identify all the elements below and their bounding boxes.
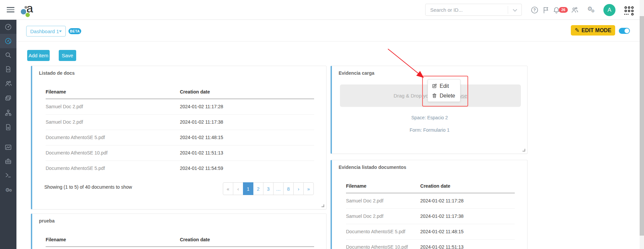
notification-count-badge[interactable]: 26 [559,7,568,13]
athento-logo[interactable]: a [19,2,36,18]
edit-mode-toggle[interactable] [619,28,630,34]
pagination-page-8[interactable]: 8 [283,182,294,195]
widget-evidencia-listado-documentos: Evidencia listado documentos Filename Cr… [331,160,528,249]
chevron-down-icon[interactable] [513,7,517,12]
left-sidebar: ⚙⚙ [0,20,16,249]
pagination-ellipsis[interactable]: … [273,182,284,195]
page-scrollbar-thumb[interactable] [640,16,644,236]
table-row: Samuel Doc 2.pdf 2024-01-02 11:17:38 [346,208,515,224]
automations-gears-icon[interactable]: ⚙ ⚙ [587,6,597,14]
dashboard-select[interactable]: Dashboard 1 [26,26,66,37]
pagination-page-1[interactable]: 1 [243,182,253,195]
creation-date-cell: 2024-01-02 11:51:13 [420,239,515,249]
sitemap-icon [4,109,12,117]
sidebar-item-workflows[interactable] [0,106,16,120]
column-header-creation-date: Creation date [420,179,515,193]
creation-date-cell: 2024-01-02 11:17:28 [420,193,515,208]
widget-listado-de-docs: Listado de docs Filename Creation date S… [31,66,327,209]
global-search [425,4,522,16]
sidebar-item-analytics[interactable] [0,140,16,154]
creation-date-cell: 2024-01-02 11:48:15 [420,224,515,239]
flag-icon[interactable] [542,6,550,14]
users-group-icon [4,80,12,87]
caret-down-icon [59,30,62,32]
filename-cell: Samuel Doc 2.pdf [46,99,180,114]
pencil-icon: ✎ [575,27,579,34]
creation-date-cell: 2024-01-02 11:54:59 [180,161,314,176]
edit-mode-button[interactable]: ✎ EDIT MODE [571,25,615,36]
pagination: « ‹ 1 2 3 … 8 › » [223,182,314,195]
gears-icon: ⚙⚙ [5,187,11,193]
column-header-creation-date: Creation date [180,233,314,247]
form-label: Form: Formulario 1 [332,127,527,133]
space-label: Space: Espacio 2 [332,115,527,120]
toolbox-icon [4,158,12,165]
gauge-icon [4,23,12,31]
widget-prueba: prueba Filename Creation date [31,213,327,249]
sidebar-item-settings[interactable]: ⚙⚙ [0,183,16,197]
creation-date-cell: 2024-01-02 11:17:38 [180,114,314,130]
sidebar-item-search[interactable] [0,48,16,62]
pagination-last[interactable]: » [303,182,314,195]
gear-icon: ⚙ [591,9,595,14]
dashboard-select-label: Dashboard 1 [30,28,59,34]
document-icon [4,123,12,131]
sidebar-item-toolbox[interactable] [0,154,16,169]
hamburger-menu-icon[interactable] [7,7,14,13]
pagination-prev[interactable]: ‹ [233,182,243,195]
filename-cell: Documento AthentoSE 10.pdf [346,239,420,249]
sidebar-item-terminal[interactable] [0,168,16,182]
users-icon[interactable] [571,6,579,14]
sidebar-item-dashboard-live[interactable] [0,34,16,48]
column-header-filename: Filename [46,233,180,247]
pagination-first[interactable]: « [223,182,233,195]
widget-title: prueba [39,218,55,224]
file-code-icon [4,65,12,73]
widget-resize-handle[interactable] [523,149,525,151]
sidebar-item-spaces[interactable] [0,91,16,105]
logo-letter: a [27,2,33,15]
sidebar-item-users[interactable] [0,76,16,91]
edit-mode-label: EDIT MODE [582,27,611,34]
table-row: Samuel Doc 2.pdf 2024-01-02 11:17:28 [346,193,515,208]
table-header-row: Filename Creation date [46,85,314,99]
apps-grid-icon[interactable] [624,6,634,15]
widget-title: Evidencia carga [339,70,375,76]
column-header-filename: Filename [346,179,420,193]
folders-icon [4,94,12,102]
pagination-summary: Showing (1 to 5) of 40 documents to show [44,184,132,190]
pagination-next[interactable]: › [293,182,304,195]
creation-date-cell: 2024-01-02 11:51:13 [180,145,314,161]
logo-dot-blue [21,9,26,14]
page-scrollbar-track[interactable] [640,0,644,249]
table-row: Documento AthentoSE 5.pdf 2024-01-02 11:… [46,161,314,176]
pagination-page-2[interactable]: 2 [253,182,263,195]
help-icon[interactable]: ? [531,6,539,14]
gauge-bolt-icon [4,37,12,45]
red-annotation-arrow [385,46,430,82]
filename-cell: Documento AthentoSE 5.pdf [346,224,420,239]
add-item-button[interactable]: Add item [27,50,50,61]
pagination-page-3[interactable]: 3 [263,182,274,195]
filename-cell: Documento AthentoSE 10.pdf [46,145,180,161]
avatar[interactable]: A [603,4,615,16]
sidebar-item-dashboard[interactable] [0,20,16,34]
widget-resize-handle[interactable] [321,204,324,207]
column-header-filename: Filename [46,85,180,99]
search-input[interactable] [426,4,505,15]
table-row: Documento AthentoSE 5.pdf 2024-01-02 11:… [46,130,314,145]
filename-cell: Samuel Doc 2.pdf [346,208,420,224]
sidebar-item-file-code[interactable] [0,62,16,76]
widget-title: Listado de docs [39,70,75,76]
creation-date-cell: 2024-01-02 11:17:28 [180,99,314,114]
top-header: a ? 26 ⚙ ⚙ A [0,0,644,20]
documents-table: Filename Creation date Samuel Doc 2.pdf … [46,85,314,176]
table-row: Samuel Doc 2.pdf 2024-01-02 11:17:38 [46,114,314,130]
table-header-row: Filename Creation date [46,233,314,247]
sidebar-item-documents[interactable] [0,120,16,134]
table-header-row: Filename Creation date [346,179,515,193]
save-button[interactable]: Save [59,50,76,61]
table-row: Documento AthentoSE 10.pdf 2024-01-02 11… [46,145,314,161]
column-header-creation-date: Creation date [180,85,314,99]
filename-cell: Documento AthentoSE 5.pdf [46,130,180,145]
